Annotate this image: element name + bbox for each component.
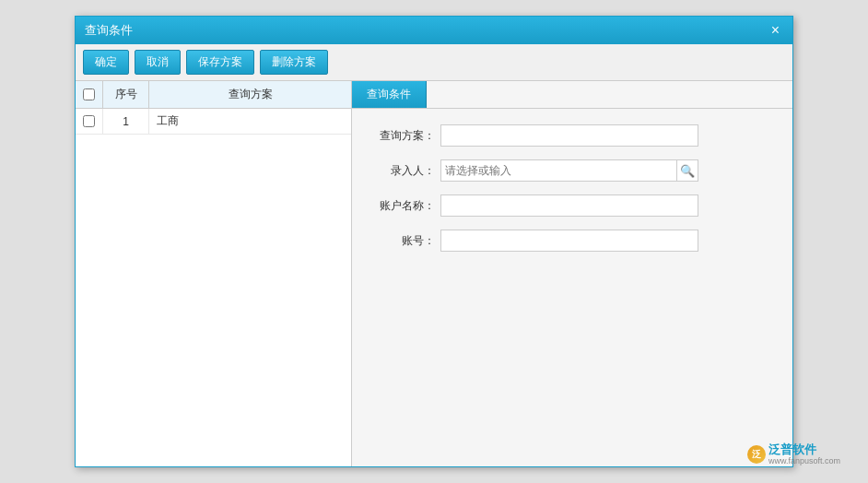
account-no-row: 账号：: [370, 229, 774, 253]
header-checkbox-col: [76, 81, 103, 108]
account-name-label: 账户名称：: [370, 198, 435, 214]
delete-plan-button[interactable]: 删除方案: [260, 50, 328, 75]
row-checkbox[interactable]: [83, 115, 95, 127]
confirm-button[interactable]: 确定: [83, 50, 129, 75]
logo-wrapper: 泛 泛普软件 www.fanpusoft.com: [747, 442, 840, 466]
dialog-title: 查询条件: [85, 22, 133, 39]
logo-icon: 泛: [747, 445, 766, 464]
form-area: 查询方案： 录入人： 🔍 账户名称：: [352, 109, 792, 267]
select-all-checkbox[interactable]: [83, 88, 95, 100]
query-conditions-tab[interactable]: 查询条件: [352, 81, 427, 108]
row-plan-name: 工商: [149, 113, 351, 129]
table-row[interactable]: 1 工商: [76, 109, 351, 135]
account-no-input[interactable]: [440, 230, 698, 252]
account-no-label: 账号：: [370, 233, 435, 249]
right-panel: 查询条件 查询方案： 录入人： 🔍: [352, 81, 792, 466]
recorder-input-group: 🔍: [440, 159, 698, 182]
table-header: 序号 查询方案: [76, 81, 351, 109]
query-dialog: 查询条件 × 确定 取消 保存方案 删除方案 序号 查询方案: [75, 16, 793, 467]
save-plan-button[interactable]: 保存方案: [186, 50, 254, 75]
plan-row: 查询方案：: [370, 124, 774, 147]
header-plan-col: 查询方案: [149, 87, 351, 102]
account-name-input[interactable]: [440, 194, 698, 217]
recorder-label: 录入人：: [370, 163, 435, 179]
row-checkbox-col: [76, 109, 103, 134]
plan-label: 查询方案：: [370, 128, 435, 144]
recorder-input[interactable]: [440, 159, 676, 182]
logo-sub-text: www.fanpusoft.com: [768, 456, 840, 466]
account-name-row: 账户名称：: [370, 194, 774, 218]
title-bar: 查询条件 ×: [76, 17, 792, 44]
plan-input[interactable]: [440, 124, 698, 147]
right-tab-bar: 查询条件: [352, 81, 792, 109]
main-content: 序号 查询方案 1 工商: [76, 81, 792, 466]
logo-main-text: 泛普软件: [768, 442, 840, 457]
left-panel: 序号 查询方案 1 工商: [76, 81, 352, 466]
footer-logo: 泛 泛普软件 www.fanpusoft.com: [747, 442, 840, 466]
toolbar: 确定 取消 保存方案 删除方案: [76, 44, 792, 81]
recorder-search-button[interactable]: 🔍: [676, 159, 698, 182]
header-seq-col: 序号: [103, 81, 149, 108]
close-button[interactable]: ×: [768, 23, 783, 38]
recorder-row: 录入人： 🔍: [370, 159, 774, 183]
logo-text-block: 泛普软件 www.fanpusoft.com: [768, 442, 840, 466]
cancel-button[interactable]: 取消: [135, 50, 181, 75]
row-seq-col: 1: [103, 109, 149, 134]
